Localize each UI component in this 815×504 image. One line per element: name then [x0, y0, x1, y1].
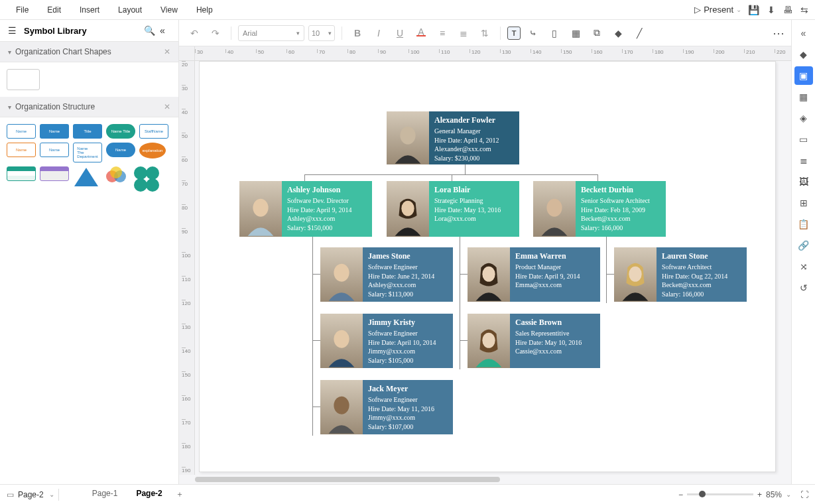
photo: [387, 181, 429, 237]
italic-button[interactable]: I: [370, 25, 387, 42]
close-icon[interactable]: ✕: [164, 47, 170, 56]
text-tool-button[interactable]: T: [507, 27, 521, 40]
fullscreen-icon[interactable]: ⛶: [800, 490, 808, 499]
shape-orange[interactable]: Name: [7, 143, 36, 157]
shape-blue-pill[interactable]: Name: [106, 143, 135, 157]
data-panel-icon[interactable]: ≣: [794, 151, 813, 170]
category-org-chart-shapes[interactable]: ▾ Organization Chart Shapes ✕: [0, 42, 178, 62]
underline-button[interactable]: U: [391, 25, 408, 42]
org-card-mid-1[interactable]: Lora Blair Strategic Planning Hire Date:…: [387, 181, 519, 237]
clipboard-panel-icon[interactable]: 📋: [794, 215, 813, 233]
org-card-leaf[interactable]: Jack Meyer Software Engineer Hire Date: …: [320, 380, 453, 434]
shape-venn4[interactable]: [134, 166, 160, 193]
org-card-leaf[interactable]: Cassie Brown Sales Representitive Hire D…: [468, 314, 600, 368]
add-page-button[interactable]: ＋: [172, 485, 188, 504]
shape-title[interactable]: Title: [73, 124, 102, 139]
shape-org-card[interactable]: [7, 69, 40, 90]
org-card-leaf[interactable]: Jimmy Kristy Software Engineer Hire Date…: [320, 314, 453, 368]
align-button[interactable]: ≡: [434, 25, 451, 42]
layout-icon[interactable]: ▭: [7, 490, 14, 499]
connector: [460, 274, 468, 275]
size-select[interactable]: 10▾: [308, 25, 335, 41]
org-card-leaf[interactable]: Emma Warren Product Manager Hire Date: A…: [468, 247, 600, 302]
svg-point-1: [253, 199, 268, 217]
card-title: General Manager: [434, 127, 514, 136]
download-icon[interactable]: ⬇: [767, 5, 775, 15]
menu-view[interactable]: View: [151, 1, 187, 19]
connector: [606, 237, 607, 303]
save-icon[interactable]: 💾: [748, 5, 759, 15]
card-salary: Salary: $230,000: [434, 154, 514, 163]
search-icon[interactable]: 🔍: [144, 25, 155, 36]
category-org-structure[interactable]: ▾ Organization Structure ✕: [0, 97, 178, 117]
menu-layout[interactable]: Layout: [109, 1, 151, 19]
shape-dept[interactable]: NameTheDepartment: [73, 143, 102, 162]
svg-point-9: [482, 333, 495, 348]
menu-insert[interactable]: Insert: [70, 1, 109, 19]
menu-help[interactable]: Help: [187, 1, 222, 19]
connector-tool-button[interactable]: ⤷: [525, 25, 542, 42]
chevron-down-icon: ▾: [8, 48, 11, 56]
shape-table1[interactable]: [7, 166, 36, 181]
menu-edit[interactable]: Edit: [38, 1, 70, 19]
shuffle-panel-icon[interactable]: ⤨: [794, 257, 813, 276]
connector: [304, 174, 597, 175]
shape-ellipse[interactable]: explanation: [139, 143, 166, 158]
share-icon[interactable]: ⇆: [800, 5, 808, 15]
chevron-down-icon: ⌄: [736, 6, 741, 13]
close-icon[interactable]: ✕: [164, 102, 170, 111]
distribute-button[interactable]: ▦: [567, 25, 584, 42]
arrange-panel-icon[interactable]: ⊞: [794, 194, 813, 212]
page-tab-1[interactable]: Page-1: [83, 485, 127, 504]
zoom-value[interactable]: 85%: [766, 490, 782, 499]
font-color-button[interactable]: A: [412, 25, 430, 42]
valign-button[interactable]: ≣: [455, 25, 472, 42]
layers-panel-icon[interactable]: ◈: [794, 109, 813, 127]
group-button[interactable]: ⧉: [588, 25, 605, 42]
zoom-out-button[interactable]: −: [678, 490, 683, 499]
align-objects-button[interactable]: ▯: [546, 25, 563, 42]
org-card-leaf[interactable]: James Stone Software Engineer Hire Date:…: [320, 247, 453, 302]
bold-button[interactable]: B: [349, 25, 366, 42]
slideshow-panel-icon[interactable]: ▭: [794, 130, 813, 149]
line-spacing-button[interactable]: ⇅: [476, 25, 493, 42]
canvas-area[interactable]: 3040506070809010011012013014015016017018…: [179, 46, 791, 484]
shape-venn3[interactable]: [103, 166, 130, 185]
menu-file[interactable]: File: [7, 1, 38, 19]
shape-teal-pill[interactable]: Name Title: [106, 124, 135, 139]
present-button[interactable]: ▷ Present ⌄: [694, 5, 741, 15]
ruler-horizontal: 3040506070809010011012013014015016017018…: [195, 46, 791, 61]
org-card-mid-2[interactable]: Beckett Durbin Senior Software Architect…: [533, 181, 666, 237]
shape-outline[interactable]: Name: [7, 124, 36, 139]
divider: [231, 27, 231, 40]
page-canvas[interactable]: Alexander Fowler General Manager Hire Da…: [199, 61, 776, 472]
redo-button[interactable]: ↷: [207, 25, 224, 42]
image-panel-icon[interactable]: 🖼: [794, 172, 813, 191]
grid-panel-icon[interactable]: ▦: [794, 88, 813, 106]
font-select[interactable]: Arial▾: [238, 25, 304, 41]
page-select[interactable]: Page-2 ⌄: [18, 490, 54, 499]
shape-blue[interactable]: Name: [40, 124, 69, 139]
org-card-leaf[interactable]: Lauren Stone Software Architect Hire Dat…: [614, 247, 747, 302]
org-card-top[interactable]: Alexander Fowler General Manager Hire Da…: [387, 111, 519, 164]
zoom-slider[interactable]: [687, 493, 753, 495]
collapse-panel-icon[interactable]: «: [160, 25, 170, 36]
shape-name2[interactable]: Name: [40, 143, 69, 157]
shape-table2[interactable]: [40, 166, 69, 181]
scrollbar-horizontal[interactable]: [195, 475, 791, 484]
fill-button[interactable]: ◆: [609, 25, 627, 42]
line-style-button[interactable]: ╱: [631, 25, 648, 42]
zoom-in-button[interactable]: +: [757, 490, 762, 499]
history-panel-icon[interactable]: ↺: [794, 279, 813, 297]
properties-panel-icon[interactable]: ▣: [794, 66, 813, 85]
fill-panel-icon[interactable]: ◆: [794, 45, 813, 64]
shape-triangle[interactable]: [73, 166, 99, 188]
undo-button[interactable]: ↶: [186, 25, 203, 42]
more-button[interactable]: ⋯: [773, 26, 784, 40]
expand-panel-icon[interactable]: «: [794, 24, 813, 42]
shape-staffname[interactable]: StaffName: [139, 124, 168, 139]
org-card-mid-0[interactable]: Ashley Johnson Software Dev. Director Hi…: [239, 181, 372, 237]
print-icon[interactable]: 🖶: [783, 5, 792, 15]
link-panel-icon[interactable]: 🔗: [794, 236, 813, 255]
page-tab-2[interactable]: Page-2: [127, 485, 171, 504]
